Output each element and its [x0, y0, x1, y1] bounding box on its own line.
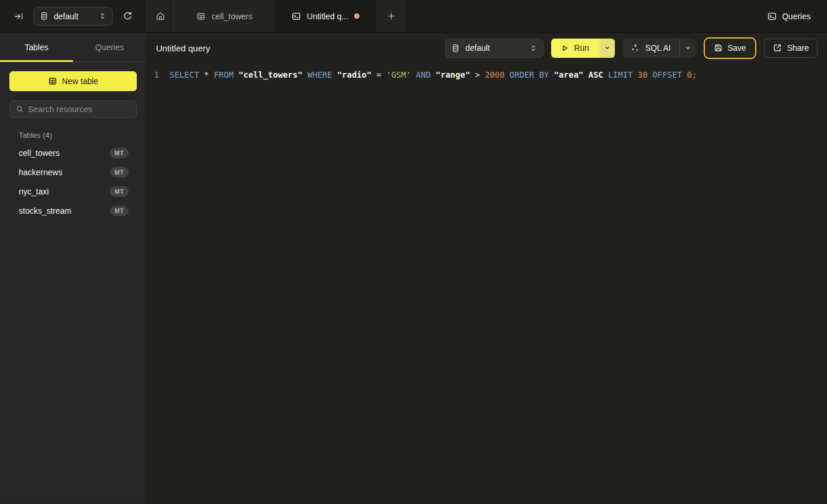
chevron-updown-icon [530, 44, 537, 52]
sql-token: 2000 [485, 70, 505, 79]
play-icon [560, 44, 569, 53]
table-list-item[interactable]: cell_towersMT [0, 143, 146, 162]
tables-section-title: Tables (4) [19, 131, 146, 140]
tab-home[interactable] [146, 0, 174, 32]
sidebar: Tables Queries New table Tables [0, 33, 146, 503]
queries-terminal-icon [767, 12, 777, 21]
sidebar-tab-queries[interactable]: Queries [73, 33, 146, 61]
sql-token: WHERE [307, 70, 332, 79]
sidebar-tab-tables[interactable]: Tables [0, 33, 73, 61]
line-number: 1 [146, 69, 159, 81]
topbar: default [0, 0, 827, 33]
sql-token: "radio" [337, 70, 372, 79]
chevron-down-icon [684, 44, 691, 51]
share-external-icon [773, 43, 782, 53]
chevron-down-icon [604, 44, 611, 51]
run-button[interactable]: Run [551, 39, 600, 58]
database-icon [40, 12, 49, 20]
topbar-right: Queries [767, 0, 827, 32]
sidebar-tab-label: Tables [25, 43, 48, 52]
tab-cell-towers[interactable]: cell_towers [174, 0, 275, 32]
run-button-group: Run [551, 39, 615, 58]
tab-label: cell_towers [212, 12, 252, 21]
share-button[interactable]: Share [764, 39, 818, 58]
sql-token: 30 [638, 70, 648, 79]
table-engine-badge: MT [110, 148, 129, 158]
sql-token: SELECT [169, 70, 199, 79]
table-engine-badge: MT [110, 206, 129, 216]
table-grid-icon [48, 77, 57, 86]
main-panel: Untitled query default [146, 33, 827, 503]
sql-token: "area" [554, 70, 584, 79]
topbar-left: default [0, 0, 146, 32]
new-table-label: New table [62, 77, 98, 86]
sql-token: 'GSM' [386, 70, 411, 79]
sql-editor[interactable]: 1 SELECT * FROM "cell_towers" WHERE "rad… [146, 63, 827, 503]
new-tab-button[interactable] [376, 0, 406, 32]
sql-token: "cell_towers" [238, 70, 303, 79]
tab-label: Untitled q... [307, 12, 348, 21]
sidebar-tabs: Tables Queries [0, 33, 146, 62]
search-icon [16, 105, 24, 113]
queries-button[interactable]: Queries [767, 12, 811, 21]
table-engine-badge: MT [110, 186, 129, 197]
run-options-button[interactable] [600, 39, 615, 58]
collapse-sidebar-button[interactable] [14, 12, 23, 21]
refresh-button[interactable] [123, 11, 133, 21]
search-input[interactable] [28, 105, 134, 114]
sql-token: 0; [687, 70, 697, 79]
query-title: Untitled query [156, 43, 210, 53]
table-icon [196, 12, 206, 21]
collapse-sidebar-icon [14, 12, 23, 21]
table-list-item[interactable]: nyc_taxiMT [0, 182, 146, 201]
sql-token: * [204, 70, 209, 79]
table-name: stocks_stream [19, 206, 71, 215]
sql-ai-label: SQL AI [645, 43, 671, 53]
tabstrip: cell_towers Untitled q... [146, 0, 406, 32]
tables-list: cell_towersMThackernewsMTnyc_taxiMTstock… [0, 143, 146, 220]
sql-token: "range" [435, 70, 470, 79]
table-list-item[interactable]: stocks_streamMT [0, 201, 146, 220]
new-table-button[interactable]: New table [9, 71, 137, 91]
chevron-updown-icon [99, 12, 106, 20]
query-terminal-icon [292, 12, 301, 21]
table-name: nyc_taxi [19, 187, 49, 196]
query-toolbar: Untitled query default [146, 33, 827, 63]
sql-token: OFFSET [652, 70, 682, 79]
sql-token: > [475, 70, 480, 79]
database-selector-top[interactable]: default [33, 7, 113, 26]
editor-line: 1 SELECT * FROM "cell_towers" WHERE "rad… [146, 69, 827, 81]
table-list-item[interactable]: hackernewsMT [0, 162, 146, 182]
home-icon [155, 11, 165, 21]
run-button-label: Run [574, 43, 589, 53]
sql-line-code: SELECT * FROM "cell_towers" WHERE "radio… [169, 69, 697, 81]
sql-token: BY [539, 70, 549, 79]
sql-token: = [376, 70, 381, 79]
table-name: hackernews [19, 168, 63, 177]
share-button-label: Share [787, 43, 809, 53]
sql-token: LIMIT [608, 70, 632, 79]
sidebar-tab-label: Queries [95, 43, 124, 52]
sql-token: ASC [589, 70, 603, 79]
database-selector-value: default [54, 12, 94, 21]
save-floppy-icon [714, 43, 723, 53]
save-button-label: Save [728, 43, 746, 53]
save-button[interactable]: Save [704, 37, 756, 59]
tab-untitled-query[interactable]: Untitled q... [275, 0, 376, 32]
sql-token: ORDER [510, 70, 534, 79]
search-box [9, 100, 137, 118]
database-selector-query[interactable]: default [445, 39, 544, 58]
sparkles-icon [631, 43, 640, 53]
sql-ai-options-button[interactable] [680, 39, 696, 58]
plus-icon [387, 12, 396, 20]
unsaved-indicator-dot [354, 13, 359, 19]
refresh-icon [123, 11, 133, 21]
database-icon [451, 44, 460, 53]
sql-token: AND [416, 70, 431, 79]
sql-ai-button[interactable]: SQL AI [622, 39, 679, 58]
table-engine-badge: MT [110, 167, 129, 178]
database-selector-value: default [465, 43, 524, 53]
sql-ai-button-group: SQL AI [622, 39, 696, 58]
sql-token: FROM [214, 70, 234, 79]
table-name: cell_towers [19, 148, 60, 158]
